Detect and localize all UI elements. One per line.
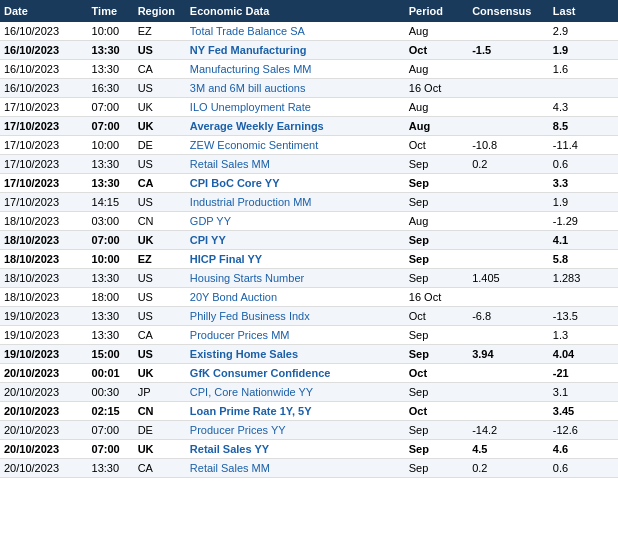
cell-last: -1.29: [549, 212, 618, 231]
cell-time: 13:30: [88, 326, 134, 345]
cell-period: Sep: [405, 459, 468, 478]
cell-date: 16/10/2023: [0, 79, 88, 98]
cell-consensus: [468, 383, 549, 402]
cell-last: 5.8: [549, 250, 618, 269]
cell-region: US: [134, 269, 186, 288]
header-period: Period: [405, 0, 468, 22]
cell-consensus: [468, 193, 549, 212]
cell-period: 16 Oct: [405, 288, 468, 307]
cell-econ: Housing Starts Number: [186, 269, 405, 288]
cell-region: US: [134, 155, 186, 174]
cell-econ: Retail Sales MM: [186, 155, 405, 174]
cell-period: Aug: [405, 60, 468, 79]
cell-last: -13.5: [549, 307, 618, 326]
table-row: 20/10/202313:30CARetail Sales MMSep0.20.…: [0, 459, 618, 478]
cell-last: -12.6: [549, 421, 618, 440]
cell-date: 19/10/2023: [0, 345, 88, 364]
cell-period: Oct: [405, 136, 468, 155]
cell-econ: Average Weekly Earnings: [186, 117, 405, 136]
table-row: 20/10/202302:15CNLoan Prime Rate 1Y, 5YO…: [0, 402, 618, 421]
cell-consensus: [468, 22, 549, 41]
cell-date: 20/10/2023: [0, 364, 88, 383]
cell-period: Sep: [405, 231, 468, 250]
cell-period: Sep: [405, 421, 468, 440]
cell-date: 17/10/2023: [0, 117, 88, 136]
cell-region: US: [134, 345, 186, 364]
cell-date: 20/10/2023: [0, 440, 88, 459]
header-consensus: Consensus: [468, 0, 549, 22]
cell-time: 13:30: [88, 459, 134, 478]
cell-region: EZ: [134, 22, 186, 41]
cell-time: 14:15: [88, 193, 134, 212]
cell-econ: CPI YY: [186, 231, 405, 250]
table-row: 20/10/202300:30JPCPI, Core Nationwide YY…: [0, 383, 618, 402]
cell-consensus: 0.2: [468, 459, 549, 478]
cell-date: 18/10/2023: [0, 212, 88, 231]
cell-time: 07:00: [88, 440, 134, 459]
cell-period: Aug: [405, 98, 468, 117]
cell-date: 16/10/2023: [0, 41, 88, 60]
cell-region: CA: [134, 174, 186, 193]
cell-period: Sep: [405, 174, 468, 193]
cell-econ: Existing Home Sales: [186, 345, 405, 364]
cell-region: US: [134, 288, 186, 307]
cell-period: Aug: [405, 22, 468, 41]
cell-last: 4.6: [549, 440, 618, 459]
cell-time: 15:00: [88, 345, 134, 364]
cell-econ: CPI, Core Nationwide YY: [186, 383, 405, 402]
economic-calendar-table: Date Time Region Economic Data Period Co…: [0, 0, 618, 478]
cell-econ: HICP Final YY: [186, 250, 405, 269]
cell-region: US: [134, 41, 186, 60]
cell-time: 18:00: [88, 288, 134, 307]
cell-time: 03:00: [88, 212, 134, 231]
cell-date: 17/10/2023: [0, 155, 88, 174]
cell-date: 20/10/2023: [0, 421, 88, 440]
cell-period: Oct: [405, 402, 468, 421]
cell-time: 16:30: [88, 79, 134, 98]
cell-consensus: [468, 250, 549, 269]
cell-date: 20/10/2023: [0, 383, 88, 402]
cell-time: 10:00: [88, 22, 134, 41]
cell-econ: 3M and 6M bill auctions: [186, 79, 405, 98]
cell-time: 02:15: [88, 402, 134, 421]
cell-last: 4.04: [549, 345, 618, 364]
cell-period: Sep: [405, 326, 468, 345]
cell-econ: Producer Prices MM: [186, 326, 405, 345]
cell-consensus: [468, 174, 549, 193]
cell-period: 16 Oct: [405, 79, 468, 98]
table-row: 19/10/202315:00USExisting Home SalesSep3…: [0, 345, 618, 364]
cell-period: Aug: [405, 212, 468, 231]
table-row: 17/10/202313:30USRetail Sales MMSep0.20.…: [0, 155, 618, 174]
cell-date: 18/10/2023: [0, 231, 88, 250]
cell-consensus: -6.8: [468, 307, 549, 326]
cell-last: 1.9: [549, 193, 618, 212]
cell-region: CA: [134, 326, 186, 345]
table-row: 17/10/202314:15USIndustrial Production M…: [0, 193, 618, 212]
table-header-row: Date Time Region Economic Data Period Co…: [0, 0, 618, 22]
cell-econ: GDP YY: [186, 212, 405, 231]
cell-time: 07:00: [88, 231, 134, 250]
cell-region: CN: [134, 402, 186, 421]
cell-region: DE: [134, 421, 186, 440]
cell-time: 10:00: [88, 136, 134, 155]
cell-consensus: -1.5: [468, 41, 549, 60]
cell-last: 1.6: [549, 60, 618, 79]
table-row: 18/10/202310:00EZHICP Final YYSep5.8: [0, 250, 618, 269]
cell-econ: ZEW Economic Sentiment: [186, 136, 405, 155]
cell-region: CN: [134, 212, 186, 231]
cell-econ: Retail Sales MM: [186, 459, 405, 478]
cell-last: 3.45: [549, 402, 618, 421]
cell-region: UK: [134, 117, 186, 136]
cell-region: UK: [134, 364, 186, 383]
cell-consensus: [468, 60, 549, 79]
table-row: 17/10/202313:30CACPI BoC Core YYSep3.3: [0, 174, 618, 193]
cell-region: EZ: [134, 250, 186, 269]
cell-time: 07:00: [88, 117, 134, 136]
cell-time: 13:30: [88, 155, 134, 174]
cell-date: 17/10/2023: [0, 174, 88, 193]
cell-econ: Manufacturing Sales MM: [186, 60, 405, 79]
cell-region: UK: [134, 440, 186, 459]
cell-region: DE: [134, 136, 186, 155]
cell-region: CA: [134, 60, 186, 79]
cell-period: Sep: [405, 345, 468, 364]
